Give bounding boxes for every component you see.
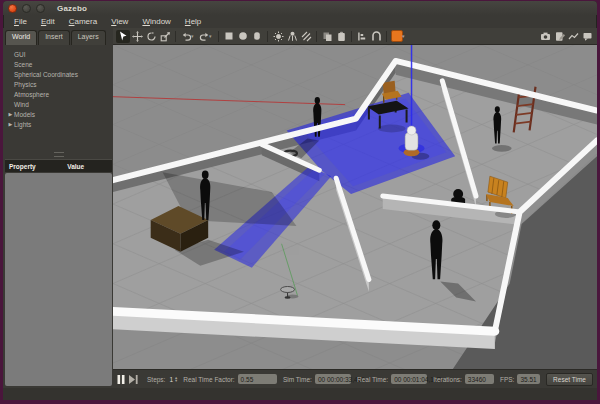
insert-cylinder-button[interactable]: [250, 30, 264, 43]
toolbar-separator: [316, 31, 317, 42]
copy-button[interactable]: [320, 30, 334, 43]
toolbar-separator: [351, 31, 352, 42]
fps-field[interactable]: 35.51: [517, 374, 540, 384]
panel-tabs: World Insert Layers: [5, 30, 112, 45]
point-light-button[interactable]: [271, 30, 285, 43]
render-toolbar: ▾ ▾ ▾: [113, 28, 597, 45]
rotate-tool-button[interactable]: [144, 30, 158, 43]
close-button[interactable]: [8, 4, 17, 13]
real-time-field[interactable]: 00 00:01:04,172: [391, 374, 427, 384]
menu-edit[interactable]: Edit: [34, 16, 62, 27]
minimize-button[interactable]: [22, 4, 31, 13]
menu-file[interactable]: File: [7, 16, 34, 27]
rtf-field[interactable]: 0.55: [238, 374, 277, 384]
steps-value[interactable]: 1: [169, 376, 173, 383]
translate-tool-button[interactable]: [130, 30, 144, 43]
expand-arrow-icon[interactable]: ▶: [7, 121, 14, 127]
directional-light-button[interactable]: [299, 30, 313, 43]
pause-button[interactable]: [117, 373, 126, 385]
tree-item-lights[interactable]: ▶Lights: [7, 119, 112, 129]
sim-time-label: Sim Time:: [283, 376, 312, 383]
select-tool-button[interactable]: [116, 30, 130, 43]
plot-button[interactable]: [566, 30, 580, 43]
spot-light-button[interactable]: [285, 30, 299, 43]
iterations-label: Iterations:: [433, 376, 462, 383]
view-angle-dropdown[interactable]: ▾: [402, 33, 408, 39]
time-panel: Steps: 1 ▴▾ Real Time Factor: 0.55 Sim T…: [113, 369, 597, 388]
screenshot-button[interactable]: [538, 30, 552, 43]
fps-label: FPS:: [500, 376, 514, 383]
window-title: Gazebo: [57, 4, 87, 13]
topic-visualization-button[interactable]: [580, 30, 594, 43]
title-bar[interactable]: Gazebo: [3, 1, 597, 15]
tree-item-gui[interactable]: GUI: [7, 49, 112, 59]
tree-item-models[interactable]: ▶Models: [7, 109, 112, 119]
insert-box-button[interactable]: [222, 30, 236, 43]
world-tree: GUI Scene Spherical Coordinates Physics …: [5, 45, 112, 129]
toolbar-separator: [267, 31, 268, 42]
menu-help[interactable]: Help: [178, 16, 208, 27]
tree-item-atmosphere[interactable]: Atmosphere: [7, 89, 112, 99]
paste-button[interactable]: [334, 30, 348, 43]
iterations-field[interactable]: 33460: [465, 374, 494, 384]
maximize-button[interactable]: [36, 4, 45, 13]
value-column-header: Value: [67, 163, 112, 170]
real-time-label: Real Time:: [357, 376, 388, 383]
property-table-header: Property Value: [5, 159, 112, 172]
expand-arrow-icon[interactable]: ▶: [7, 111, 14, 117]
steps-label: Steps:: [147, 376, 165, 383]
tree-item-spherical-coordinates[interactable]: Spherical Coordinates: [7, 69, 112, 79]
snap-button[interactable]: [369, 30, 383, 43]
toolbar-separator: [175, 31, 176, 42]
step-icon: [129, 375, 138, 384]
tab-insert[interactable]: Insert: [38, 30, 70, 45]
splitter-handle-icon[interactable]: [54, 152, 64, 157]
panel-splitter[interactable]: [5, 129, 112, 159]
menu-bar: File Edit Camera View Window Help: [3, 15, 597, 28]
menu-view[interactable]: View: [104, 16, 135, 27]
toolbar-separator: [386, 31, 387, 42]
window-footer: [3, 388, 597, 400]
tree-item-physics[interactable]: Physics: [7, 79, 112, 89]
insert-sphere-button[interactable]: [236, 30, 250, 43]
rtf-label: Real Time Factor:: [183, 376, 234, 383]
scale-tool-button[interactable]: [158, 30, 172, 43]
steps-spinner[interactable]: ▴▾: [175, 376, 177, 382]
tree-item-wind[interactable]: Wind: [7, 99, 112, 109]
left-panel: World Insert Layers GUI Scene Spherical …: [3, 28, 113, 388]
align-button[interactable]: [355, 30, 369, 43]
redo-history-dropdown[interactable]: ▾: [209, 33, 215, 39]
scene-canvas[interactable]: [113, 45, 597, 369]
property-table-body[interactable]: [5, 173, 112, 386]
step-button[interactable]: [129, 373, 138, 385]
tab-layers[interactable]: Layers: [71, 30, 106, 45]
log-record-button[interactable]: [552, 30, 566, 43]
property-column-header: Property: [5, 163, 67, 170]
gazebo-window: Gazebo File Edit Camera View Window Help…: [3, 1, 597, 400]
pause-icon: [117, 375, 125, 384]
render-view[interactable]: [113, 45, 597, 369]
menu-camera[interactable]: Camera: [62, 16, 104, 27]
spinner-down-icon[interactable]: ▾: [175, 379, 177, 382]
tab-world[interactable]: World: [5, 30, 37, 45]
menu-window[interactable]: Window: [135, 16, 177, 27]
sim-time-field[interactable]: 00 00:00:33,460: [315, 374, 351, 384]
reset-time-button[interactable]: Reset Time: [546, 373, 593, 386]
toolbar-separator: [218, 31, 219, 42]
tree-item-scene[interactable]: Scene: [7, 59, 112, 69]
